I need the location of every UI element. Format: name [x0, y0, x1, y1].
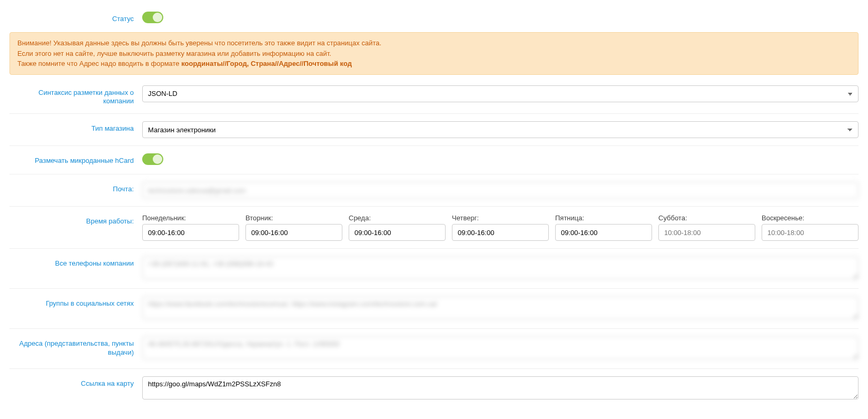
- social-textarea[interactable]: [142, 296, 859, 319]
- day-group: Пятница:: [555, 214, 652, 241]
- hcard-toggle[interactable]: [142, 153, 163, 165]
- toggle-knob-icon: [153, 13, 162, 22]
- warning-alert: Внимание! Указывая данные здесь вы должн…: [9, 32, 859, 75]
- addresses-textarea[interactable]: [142, 336, 859, 359]
- day-hours-input[interactable]: [245, 224, 342, 241]
- day-label: Пятница:: [555, 214, 652, 222]
- day-label: Вторник:: [245, 214, 342, 222]
- day-label: Понедельник:: [142, 214, 239, 222]
- row-hcard: Размечать микроданные hCard: [9, 146, 859, 174]
- day-group: Понедельник:: [142, 214, 239, 241]
- days-container: Понедельник:Вторник:Среда:Четверг:Пятниц…: [142, 214, 859, 241]
- row-email: Почта:: [9, 174, 859, 207]
- row-store-type: Тип магазина Магазин электроники: [9, 114, 859, 146]
- alert-line-2: Если этого нет на сайте, лучше выключить…: [17, 48, 851, 59]
- label-map-link: Ссылка на карту: [81, 379, 134, 387]
- day-group: Воскресенье:: [762, 214, 859, 241]
- label-syntax: Синтаксис разметки данных о компании: [38, 89, 134, 105]
- day-hours-input[interactable]: [658, 224, 755, 241]
- day-label: Воскресенье:: [762, 214, 859, 222]
- row-social: Группы в социальных сетях: [9, 289, 859, 329]
- label-addresses: Адреса (представительства, пункты выдачи…: [19, 339, 134, 356]
- label-status: Статус: [112, 15, 134, 23]
- row-map-link: Ссылка на карту: [9, 369, 859, 408]
- email-input[interactable]: [142, 182, 859, 199]
- label-hours: Время работы:: [86, 217, 134, 225]
- row-syntax: Синтаксис разметки данных о компании JSO…: [9, 78, 859, 114]
- day-group: Вторник:: [245, 214, 342, 241]
- day-hours-input[interactable]: [452, 224, 549, 241]
- row-addresses: Адреса (представительства, пункты выдачи…: [9, 329, 859, 369]
- alert-line-1: Внимание! Указывая данные здесь вы должн…: [17, 38, 851, 48]
- day-label: Суббота:: [658, 214, 755, 222]
- day-hours-input[interactable]: [349, 224, 446, 241]
- day-hours-input[interactable]: [762, 224, 859, 241]
- label-store-type: Тип магазина: [91, 124, 134, 132]
- day-hours-input[interactable]: [555, 224, 652, 241]
- day-label: Четверг:: [452, 214, 549, 222]
- day-group: Четверг:: [452, 214, 549, 241]
- row-hours: Время работы: Понедельник:Вторник:Среда:…: [9, 207, 859, 249]
- toggle-knob-icon: [153, 154, 162, 164]
- row-status: Статус: [9, 4, 859, 32]
- label-social: Группы в социальных сетях: [46, 299, 134, 307]
- row-phones: Все телефоны компании: [9, 249, 859, 289]
- map-link-textarea[interactable]: [142, 376, 859, 399]
- day-group: Среда:: [349, 214, 446, 241]
- day-hours-input[interactable]: [142, 224, 239, 241]
- store-type-select[interactable]: Магазин электроники: [142, 121, 859, 138]
- syntax-select[interactable]: JSON-LD: [142, 85, 859, 102]
- settings-form: Статус Внимание! Указывая данные здесь в…: [0, 0, 868, 418]
- label-email: Почта:: [113, 185, 134, 193]
- label-hcard: Размечать микроданные hCard: [35, 157, 134, 164]
- label-phones: Все телефоны компании: [55, 259, 134, 267]
- day-label: Среда:: [349, 214, 446, 222]
- phones-textarea[interactable]: [142, 256, 859, 279]
- status-toggle[interactable]: [142, 12, 163, 23]
- alert-line-3: Также помните что Адрес надо вводить в ф…: [17, 59, 851, 69]
- day-group: Суббота:: [658, 214, 755, 241]
